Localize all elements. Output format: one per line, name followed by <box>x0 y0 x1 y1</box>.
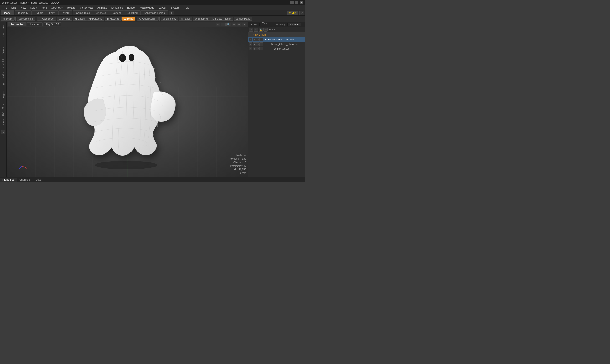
add-tab-button[interactable]: + <box>169 11 174 15</box>
tree-lock-btn-2[interactable]: □ <box>256 47 260 50</box>
menu-dynamics[interactable]: Dynamics <box>109 6 125 10</box>
sidebar-tab-curve[interactable]: Curve <box>1 101 5 111</box>
menu-geometry[interactable]: Geometry <box>49 6 64 10</box>
viewport-zoom-button[interactable]: 🔍 <box>226 23 231 26</box>
tree-link-btn-2[interactable]: □ <box>260 47 263 50</box>
minimize-button[interactable]: ─ <box>290 1 294 4</box>
menu-item[interactable]: Item <box>40 6 49 10</box>
gear-button[interactable]: ⚙ <box>299 11 304 15</box>
sidebar-tab-polygon[interactable]: Polygon <box>1 89 5 101</box>
tree-render-btn[interactable]: ◈ <box>253 38 256 41</box>
snapping-button[interactable]: ⊕ Snapping <box>193 17 210 21</box>
tree-item-expand[interactable]: ─ <box>303 38 304 41</box>
tree-render-btn-1[interactable]: ◈ <box>253 42 256 46</box>
tree-link-btn-1[interactable]: □ <box>260 42 263 46</box>
tab-paint[interactable]: Paint <box>46 11 58 15</box>
tab-scripting[interactable]: Scripting <box>124 11 141 15</box>
tree-item-root[interactable]: ● ◈ □ □ ▶ White_Ghost_Phantom ─ <box>248 37 305 42</box>
tab-schematic-fusion[interactable]: Schematic Fusion <box>141 11 168 15</box>
action-center-button[interactable]: ⊕ Action Center <box>137 17 159 21</box>
symmetry-button[interactable]: ⊞ Symmetry <box>161 17 178 21</box>
menu-select[interactable]: Select <box>28 6 39 10</box>
viewport-tab-advanced[interactable]: Advanced <box>27 22 42 26</box>
sidebar-tab-edge[interactable]: Edge <box>1 80 5 89</box>
sidebar-tab-uv[interactable]: UV <box>1 111 5 117</box>
bpanel-tab-channels[interactable]: Channels <box>17 178 33 182</box>
sidebar-tab-basic[interactable]: Basic <box>1 23 5 31</box>
bpanel-expand-btn[interactable]: ⤢ <box>302 178 304 181</box>
svg-line-9 <box>19 166 22 169</box>
rpanel-tab-groups[interactable]: Groups <box>288 23 301 26</box>
presets-button[interactable]: ⊞ Presets F8 <box>17 17 35 21</box>
ghost-scene[interactable]: X Z Y No Items Polygons : Face Channels:… <box>7 27 248 177</box>
tree-link-btn[interactable]: □ <box>260 38 263 41</box>
menu-file[interactable]: File <box>1 6 9 10</box>
menu-texture[interactable]: Texture <box>65 6 78 10</box>
tab-game-tools[interactable]: Game Tools <box>73 11 93 15</box>
rpanel-tab-items[interactable]: Items <box>248 23 260 26</box>
viewport-tab-raygl[interactable]: Ray GL: Off <box>44 22 62 26</box>
tree-vis-btn[interactable]: ● <box>249 38 252 41</box>
viewport-expand-button[interactable]: ⤢ <box>242 23 247 26</box>
bpanel-add-tab[interactable]: + <box>43 177 48 182</box>
menu-edit[interactable]: Edit <box>10 6 18 10</box>
menu-help[interactable]: Help <box>182 6 191 10</box>
falloff-button[interactable]: ◉ Falloff <box>179 17 192 21</box>
viewport-refresh-button[interactable]: ↻ <box>221 23 225 26</box>
vertices-button[interactable]: ⬡ Vertices <box>57 17 72 21</box>
viewport-settings-button[interactable]: ⚙ <box>216 23 220 26</box>
menu-layout[interactable]: Layout <box>157 6 168 10</box>
new-group-button[interactable]: + New Group <box>248 32 305 37</box>
maximize-button[interactable]: □ <box>295 1 298 4</box>
tree-item-ghost-phantom[interactable]: ● ◈ □ □ △ White_Ghost_Phantom <box>248 42 305 46</box>
rpanel-render-button[interactable]: ◈ <box>254 28 258 32</box>
tab-uvedit[interactable]: UVEdit <box>31 11 46 15</box>
tree-lock-btn[interactable]: □ <box>256 38 260 41</box>
rpanel-link-button[interactable]: ⊕ <box>263 28 268 32</box>
sidebar-tab-fusion[interactable]: Fusion <box>1 118 5 128</box>
tree-item-white-ghost[interactable]: ● ◈ □ □ ○ White_Ghost <box>248 46 305 51</box>
bpanel-tab-lists[interactable]: Lists <box>33 178 44 182</box>
tab-render[interactable]: Render <box>109 11 124 15</box>
menu-animate[interactable]: Animate <box>95 6 109 10</box>
close-button[interactable]: ✕ <box>300 1 303 4</box>
items-button[interactable]: ☰ Items <box>122 17 135 21</box>
viewport-more-button[interactable]: ≡ <box>237 23 241 26</box>
rpanel-lock-button[interactable]: 🔒 <box>259 28 263 32</box>
bpanel-tab-properties[interactable]: Properties <box>0 178 17 182</box>
sidebar-small-button[interactable]: ● <box>1 130 5 134</box>
tree-lock-btn-1[interactable]: □ <box>256 42 260 46</box>
tree-vis-btn-2[interactable]: ● <box>249 47 252 50</box>
edges-button[interactable]: ⬢ Edges <box>73 17 87 21</box>
rpanel-expand-button[interactable]: ⤢ <box>301 22 305 27</box>
tab-animate[interactable]: Animate <box>93 11 109 15</box>
svg-text:Y: Y <box>21 160 23 162</box>
select-through-button[interactable]: ⊡ Select Through <box>210 17 233 21</box>
tree-vis-btn-1[interactable]: ● <box>249 42 252 46</box>
tab-topology[interactable]: Topology <box>14 11 31 15</box>
sculpt-button[interactable]: ◈ Sculpt <box>1 17 14 21</box>
sidebar-tab-deform[interactable]: Deform <box>1 32 5 43</box>
rpanel-tab-mesh[interactable]: Mesh ... <box>260 21 273 28</box>
rpanel-tab-shading[interactable]: Shading <box>273 23 288 26</box>
menu-render[interactable]: Render <box>125 6 138 10</box>
viewport[interactable]: Perspective Advanced Ray GL: Off ⚙ ↻ 🔍 ◈… <box>7 22 248 177</box>
menu-vertex-map[interactable]: Vertex Map <box>78 6 95 10</box>
only-button[interactable]: ★ Only <box>287 11 298 15</box>
sidebar-tab-vertex[interactable]: Vertex <box>1 70 5 80</box>
tab-model[interactable]: Model <box>1 11 14 15</box>
polygons-button[interactable]: ⬟ Polygons <box>87 17 104 21</box>
sidebar-tab-duplicate[interactable]: Duplicate <box>1 43 5 56</box>
tab-layout[interactable]: Layout <box>58 11 72 15</box>
auto-select-button[interactable]: ↖ Auto Select <box>37 17 56 21</box>
menu-view[interactable]: View <box>18 6 28 10</box>
viewport-render-button[interactable]: ◈ <box>232 23 236 26</box>
tree-render-btn-2[interactable]: ◈ <box>253 47 256 50</box>
viewport-tab-perspective[interactable]: Perspective <box>8 22 26 26</box>
menu-system[interactable]: System <box>169 6 181 10</box>
sidebar-tab-mesh-edit[interactable]: Mesh Edit <box>1 56 5 70</box>
rpanel-eye-button[interactable]: ● <box>249 28 253 32</box>
workplane-button[interactable]: ⊟ WorkPlane <box>234 17 252 21</box>
menu-maxtomodo[interactable]: MaxToModo <box>138 6 156 10</box>
materials-button[interactable]: ◐ Materials <box>105 17 121 21</box>
